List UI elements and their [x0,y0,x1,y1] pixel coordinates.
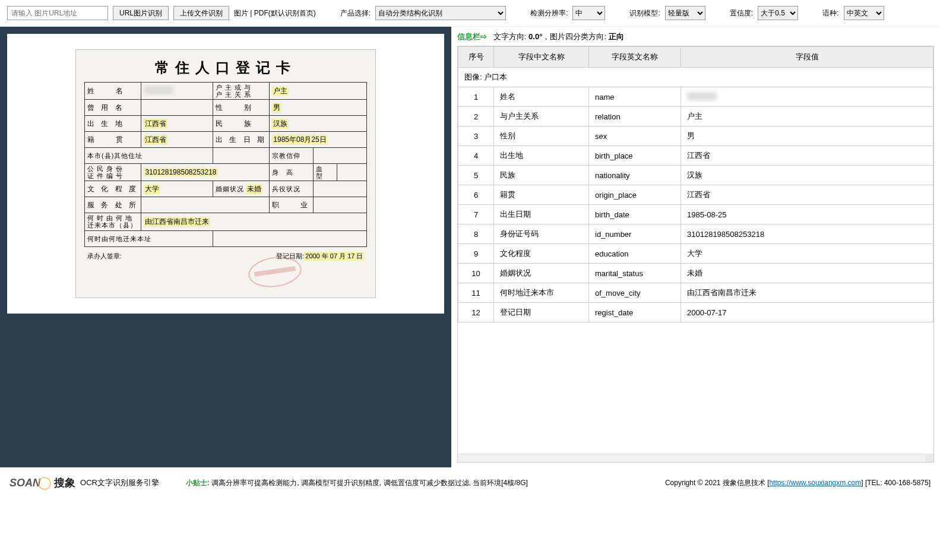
doc-relation: 户主 [272,86,289,96]
table-row: 1姓名name [458,87,933,107]
doc-birthplace: 江西省 [144,119,167,129]
engine-label: OCR文字识别服务引擎 [80,477,159,488]
document-preview: 常住人口登记卡 姓 名户 主 或 与 户 主 关 系户主 曾 用 名性 别男 出… [75,49,376,298]
logo: SOAN 搜象 [10,476,75,490]
doc-origin: 江西省 [144,135,167,145]
toolbar: URL图片识别 上传文件识别 图片 | PDF(默认识别首页) 产品选择: 自动… [0,0,940,27]
model-label: 识别模型: [629,8,660,18]
doc-regdate: 2000 年 07 月 17 日 [304,252,364,261]
doc-move: 由江西省南昌市迁来 [144,217,210,227]
tip-text: 调高分辨率可提高检测能力, 调高模型可提升识别精度, 调低置信度可减少数据过滤,… [211,479,528,487]
horizontal-scrollbar[interactable] [458,454,925,462]
result-table: 序号 字段中文名称 字段英文名称 字段值 图像: 户口本 1姓名name2与户主… [458,46,933,322]
doc-edu: 大学 [144,184,160,194]
main: 常住人口登记卡 姓 名户 主 或 与 户 主 关 系户主 曾 用 名性 别男 出… [0,27,940,467]
image-panel: 常住人口登记卡 姓 名户 主 或 与 户 主 关 系户主 曾 用 名性 别男 出… [0,27,451,467]
doc-id: 310128198508253218 [144,168,217,176]
tip-label: 小贴士: [186,479,210,487]
url-recognize-button[interactable]: URL图片识别 [113,6,169,20]
result-panel: 信息栏⇨ 文字方向: 0.0°，图片四分类方向: 正向 序号 字段中文名称 字段… [451,27,940,467]
footer-right: Copyright © 2021 搜象信息技术 [https://www.sou… [665,478,930,488]
table-row: 7出生日期birth_date1985-08-25 [458,205,933,224]
company-link[interactable]: https://www.souxiangxm.com [770,479,862,487]
product-label: 产品选择: [340,8,371,18]
image-type-row: 图像: 户口本 [458,68,933,87]
url-input[interactable] [7,6,108,20]
table-row: 12登记日期regist_date2000-07-17 [458,303,933,322]
info-bar-label: 信息栏⇨ [457,32,487,41]
table-row: 8身份证号码id_number310128198508253218 [458,224,933,244]
col-index: 序号 [458,47,494,68]
table-row: 5民族nationality汉族 [458,166,933,185]
model-select[interactable]: 轻量版 [665,6,705,20]
doc-title: 常住人口登记卡 [84,58,367,77]
product-select[interactable]: 自动分类结构化识别 [375,6,506,20]
resolution-label: 检测分辨率: [530,8,568,18]
doc-birthdate: 1985年08月25日 [272,135,327,145]
result-table-container: 序号 字段中文名称 字段英文名称 字段值 图像: 户口本 1姓名name2与户主… [457,46,934,463]
col-en-name: 字段英文名称 [589,47,681,68]
doc-name-value [144,86,173,94]
col-value: 字段值 [681,47,933,68]
info-bar: 信息栏⇨ 文字方向: 0.0°，图片四分类方向: 正向 [457,31,934,42]
doc-form: 姓 名户 主 或 与 户 主 关 系户主 曾 用 名性 别男 出 生 地江西省民… [84,82,367,262]
table-row: 10婚姻状况marital_status未婚 [458,264,933,283]
col-cn-name: 字段中文名称 [494,47,589,68]
table-row: 3性别sex男 [458,126,933,146]
lang-label: 语种: [822,8,838,18]
lang-select[interactable]: 中英文 [844,6,884,20]
upload-file-button[interactable]: 上传文件识别 [173,6,229,20]
doc-sex: 男 [272,103,281,113]
table-row: 4出生地birth_place江西省 [458,146,933,166]
text-direction: 0.0° [528,32,542,41]
quad-direction: 正向 [609,32,624,41]
image-viewer[interactable]: 常住人口登记卡 姓 名户 主 或 与 户 主 关 系户主 曾 用 名性 别男 出… [7,34,444,314]
doc-marital: 未婚 [246,184,262,194]
table-row: 9文化程度education大学 [458,244,933,264]
file-types-label: 图片 | PDF(默认识别首页) [234,8,316,18]
table-row: 6籍贯origin_place江西省 [458,185,933,205]
table-row: 2与户主关系relation户主 [458,107,933,126]
footer: SOAN 搜象 OCR文字识别服务引擎 小贴士: 调高分辨率可提高检测能力, 调… [0,467,940,495]
doc-ethnic: 汉族 [272,119,289,129]
confidence-label: 置信度: [730,8,753,18]
table-row: 11何时地迁来本市of_move_city由江西省南昌市迁来 [458,283,933,303]
confidence-select[interactable]: 大于0.5 [758,6,798,20]
resolution-select[interactable]: 中 [572,6,605,20]
